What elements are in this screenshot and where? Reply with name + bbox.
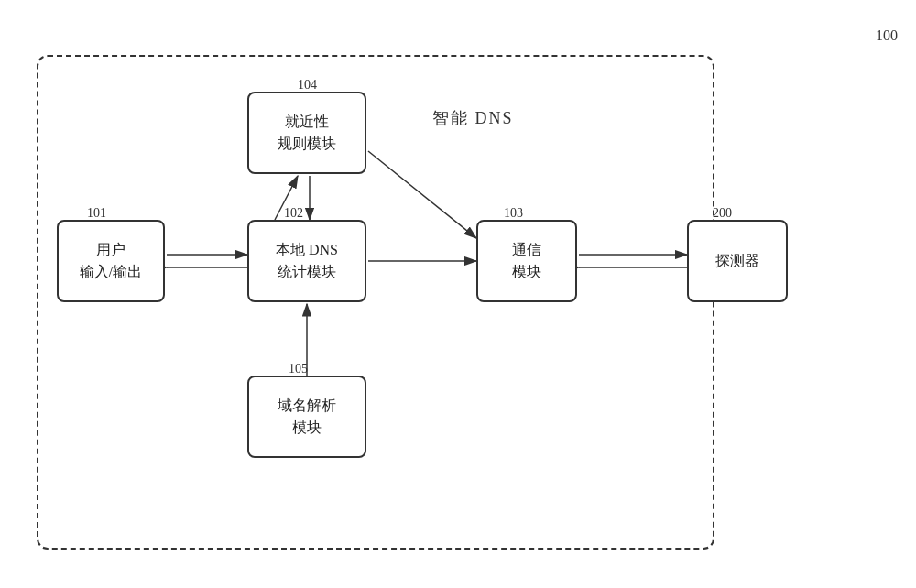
label-101: 101 <box>87 206 106 221</box>
module-user-io-label: 用户输入/输出 <box>80 239 142 283</box>
module-domain-parse-label: 域名解析模块 <box>278 395 336 439</box>
module-detector-label: 探测器 <box>715 250 759 272</box>
module-comm-label: 通信模块 <box>512 239 541 283</box>
diagram-container: 100 智能 DNS 1 <box>27 18 889 568</box>
outer-dns-box: 智能 DNS <box>37 55 714 550</box>
label-103: 103 <box>504 206 523 221</box>
module-local-dns: 本地 DNS统计模块 <box>247 220 366 302</box>
label-102: 102 <box>284 206 303 221</box>
module-proximity-label: 就近性规则模块 <box>278 111 336 155</box>
module-user-io: 用户输入/输出 <box>57 220 165 302</box>
module-detector: 探测器 <box>687 220 788 302</box>
label-105: 105 <box>289 362 308 376</box>
intelligent-dns-label: 智能 DNS <box>432 107 514 129</box>
label-104: 104 <box>298 78 317 93</box>
module-local-dns-label: 本地 DNS统计模块 <box>276 239 338 283</box>
label-200-top: 200 <box>713 206 732 221</box>
module-comm: 通信模块 <box>476 220 577 302</box>
label-100: 100 <box>876 27 898 44</box>
module-domain-parse: 域名解析模块 <box>247 376 366 458</box>
module-proximity: 就近性规则模块 <box>247 92 366 174</box>
